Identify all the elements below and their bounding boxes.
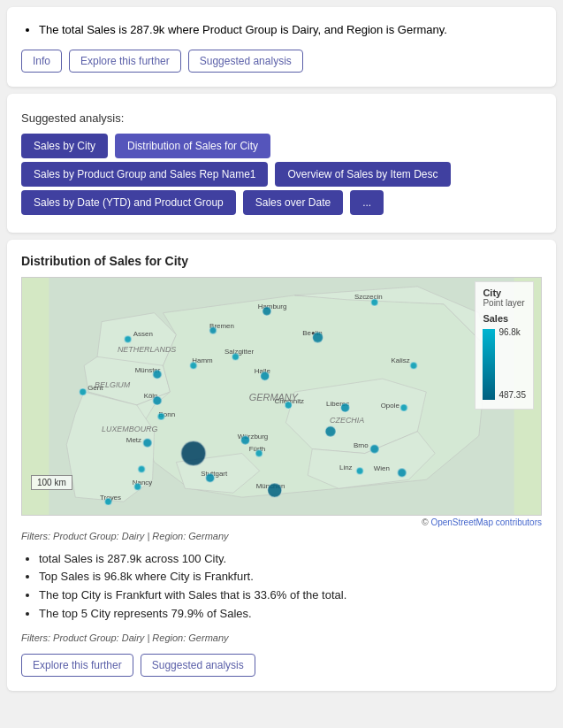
svg-text:Nancy: Nancy: [133, 479, 153, 487]
svg-text:Münster: Münster: [135, 366, 161, 374]
explore-further-bottom-button[interactable]: Explore this further: [21, 654, 133, 677]
svg-text:Gent: Gent: [87, 384, 103, 392]
scale-bar: 100 km: [31, 475, 72, 490]
svg-text:Salzgitter: Salzgitter: [224, 348, 254, 356]
total-sales-summary: The total Sales is 287.9k where Product …: [39, 23, 447, 36]
map-credit: © OpenStreetMap contributors: [21, 517, 542, 527]
map-filter-text: Filters: Product Group: Dairy | Region: …: [21, 531, 542, 541]
insight-4: The top 5 City represents 79.9% of Sales…: [39, 605, 542, 624]
map-legend: City Point layer Sales 96.8k 487.35: [475, 281, 534, 410]
svg-text:Bremen: Bremen: [209, 321, 234, 329]
suggested-analysis-bottom-button[interactable]: Suggested analysis: [141, 654, 255, 677]
suggested-label: Suggested analysis:: [21, 111, 542, 125]
suggestion-buttons-row3: Sales by Date (YTD) and Product Group Sa…: [21, 190, 542, 215]
suggested-analysis-card: Suggested analysis: Sales by City Distri…: [7, 94, 556, 233]
top-info-card: The total Sales is 287.9k where Product …: [7, 7, 556, 87]
summary-text: The total Sales is 287.9k where Product …: [21, 21, 542, 39]
btn-more[interactable]: ...: [350, 190, 384, 215]
svg-text:Be●lin: Be●lin: [302, 328, 322, 336]
svg-text:Linz: Linz: [339, 464, 353, 471]
openstreetmap-link[interactable]: OpenStreetMap contributors: [430, 517, 542, 527]
map-distribution-card: Distribution of Sales for City: [7, 240, 556, 691]
map-card-title: Distribution of Sales for City: [21, 254, 542, 268]
svg-text:Opole: Opole: [381, 401, 400, 409]
svg-text:München: München: [256, 482, 285, 490]
svg-text:Wien: Wien: [374, 464, 390, 472]
svg-text:Fürth: Fürth: [249, 444, 266, 452]
insights-list: total Sales is 287.9k across 100 City. T…: [21, 550, 542, 624]
insight-2: Top Sales is 96.8k where City is Frankfu…: [39, 568, 542, 586]
svg-text:CZECHIA: CZECHIA: [330, 415, 364, 424]
svg-text:Stuttgart: Stuttgart: [201, 470, 228, 478]
svg-text:LUXEMBOURG: LUXEMBOURG: [102, 424, 158, 433]
svg-text:NETHERLANDS: NETHERLANDS: [118, 345, 176, 354]
svg-text:Kalisz: Kalisz: [392, 356, 410, 364]
svg-text:Chemnitz: Chemnitz: [275, 396, 305, 404]
svg-text:Brno: Brno: [354, 441, 369, 448]
svg-text:Szczecin: Szczecin: [354, 292, 383, 300]
btn-distribution-sales-city[interactable]: Distribution of Sales for City: [115, 134, 270, 158]
legend-max-value: 96.8k: [498, 327, 526, 337]
info-button[interactable]: Info: [21, 50, 62, 73]
btn-sales-product-group-rep[interactable]: Sales by Product Group and Sales Rep Nam…: [21, 162, 268, 187]
btn-sales-by-city[interactable]: Sales by City: [21, 134, 108, 158]
map-filter-text2: Filters: Product Group: Dairy | Region: …: [21, 632, 542, 643]
suggested-analysis-button[interactable]: Suggested analysis: [188, 50, 303, 73]
svg-text:Metz: Metz: [126, 435, 141, 443]
svg-text:Köln: Köln: [144, 391, 158, 399]
legend-gradient-bar: [483, 329, 495, 400]
insight-1: total Sales is 287.9k across 100 City.: [39, 550, 542, 569]
map-svg: NETHERLANDS BELGIUM LUXEMBOURG GERMANY C…: [22, 278, 541, 515]
btn-sales-over-date[interactable]: Sales over Date: [243, 190, 343, 215]
suggestion-buttons-row2: Sales by Product Group and Sales Rep Nam…: [21, 162, 542, 187]
svg-text:Halle: Halle: [255, 367, 271, 375]
insight-3: The top City is Frankfurt with Sales tha…: [39, 586, 542, 605]
svg-text:Hamburg: Hamburg: [258, 302, 287, 310]
suggestion-buttons-row: Sales by City Distribution of Sales for …: [21, 134, 542, 158]
svg-text:Assen: Assen: [133, 329, 153, 337]
svg-text:Würzburg: Würzburg: [238, 432, 268, 440]
legend-category-label: City: [483, 287, 526, 298]
btn-overview-sales-item[interactable]: Overview of Sales by Item Desc: [275, 162, 450, 187]
explore-further-button[interactable]: Explore this further: [69, 50, 181, 73]
legend-sales-label: Sales: [483, 313, 526, 324]
bottom-action-buttons: Explore this further Suggested analysis: [21, 654, 542, 677]
btn-sales-date-ytd[interactable]: Sales by Date (YTD) and Product Group: [21, 190, 236, 215]
legend-values: 96.8k 487.35: [498, 327, 526, 400]
top-action-buttons: Info Explore this further Suggested anal…: [21, 50, 542, 73]
legend-min-value: 487.35: [498, 390, 526, 400]
svg-text:Liberec: Liberec: [326, 399, 349, 407]
svg-text:Troyes: Troyes: [100, 494, 121, 502]
svg-text:Hamm: Hamm: [192, 356, 213, 364]
svg-text:Bonn: Bonn: [159, 410, 176, 418]
legend-category-sublabel: Point layer: [483, 298, 526, 308]
map-visualization: NETHERLANDS BELGIUM LUXEMBOURG GERMANY C…: [21, 277, 542, 516]
